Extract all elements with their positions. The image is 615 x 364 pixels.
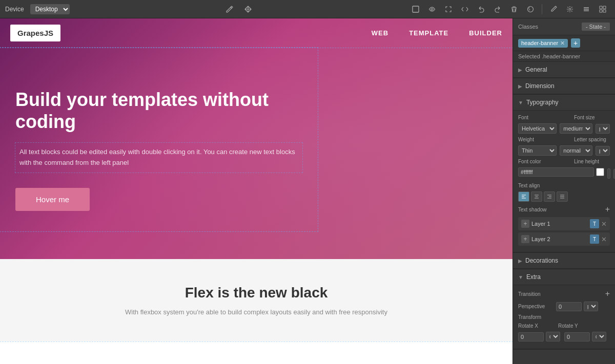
color-swatch[interactable] bbox=[596, 168, 604, 176]
move-icon[interactable] bbox=[241, 2, 255, 16]
undo-icon[interactable] bbox=[474, 2, 488, 16]
decorations-section: ▶ Decorations bbox=[513, 253, 615, 269]
fullscreen-icon[interactable] bbox=[408, 2, 423, 16]
nav-links: WEB TEMPLATE BUILDER bbox=[372, 29, 502, 37]
flex-description: With flexbox system you're able to build… bbox=[102, 308, 410, 316]
resize-icon[interactable] bbox=[441, 2, 456, 16]
right-panel: Classes - State - header-banner ✕ + Sele… bbox=[512, 18, 615, 364]
device-select[interactable]: Desktop Tablet Mobile bbox=[30, 4, 70, 14]
font-inputs-row: Helvetica Arial Georgia medium small lar… bbox=[518, 123, 610, 134]
layer2-remove-button[interactable]: ✕ bbox=[601, 236, 607, 243]
layer2-type-button[interactable]: T bbox=[590, 234, 599, 244]
decorations-arrow-icon: ▶ bbox=[518, 258, 522, 264]
add-class-button[interactable]: + bbox=[571, 38, 580, 48]
logo[interactable]: GrapesJS bbox=[10, 25, 60, 41]
rotate-x-input[interactable] bbox=[518, 332, 544, 341]
dimension-arrow-icon: ▶ bbox=[518, 83, 522, 89]
svg-rect-4 bbox=[600, 6, 602, 9]
letterspacing-label: Letter spacing bbox=[574, 137, 610, 142]
extra-section-body: Transition + Perspective px em Transform bbox=[513, 285, 615, 349]
align-group bbox=[518, 191, 568, 202]
align-justify-button[interactable] bbox=[557, 191, 568, 202]
tag-bar: header-banner ✕ + bbox=[513, 35, 615, 51]
selected-label: Selected .header-banner bbox=[513, 51, 615, 62]
align-left-button[interactable] bbox=[518, 191, 529, 202]
layer2-label: Layer 2 bbox=[531, 236, 588, 242]
perspective-input[interactable] bbox=[556, 302, 582, 311]
typography-section-header[interactable]: ▼ Typography bbox=[513, 95, 615, 111]
perspective-label: Perspective bbox=[518, 304, 554, 309]
svg-rect-7 bbox=[603, 10, 606, 12]
edit-icon[interactable] bbox=[222, 2, 237, 16]
textshadow-row: Text shadow + bbox=[518, 205, 610, 214]
decorations-section-header[interactable]: ▶ Decorations bbox=[513, 253, 615, 269]
layer2-expand-button[interactable]: + bbox=[521, 235, 529, 243]
rotate-y-label: Rotate Y bbox=[558, 323, 594, 329]
rotate-y-input[interactable] bbox=[564, 332, 590, 341]
font-color-input[interactable] bbox=[518, 167, 594, 177]
layer1-remove-button[interactable]: ✕ bbox=[601, 221, 607, 227]
font-size-unit[interactable]: px em bbox=[596, 124, 610, 134]
nav-link-template[interactable]: TEMPLATE bbox=[409, 29, 448, 37]
font-select[interactable]: Helvetica Arial Georgia bbox=[518, 123, 557, 134]
banner-description[interactable]: All text blocks could be edited easily w… bbox=[15, 143, 302, 173]
menu-icon[interactable] bbox=[579, 2, 593, 16]
add-transition-button[interactable]: + bbox=[605, 289, 610, 298]
typography-section-body: Font Font size Helvetica Arial Georgia m… bbox=[513, 111, 615, 252]
rotate-x-unit[interactable]: deg rad bbox=[546, 332, 560, 341]
perspective-unit[interactable]: px em bbox=[584, 302, 598, 311]
font-size-select[interactable]: medium small large bbox=[560, 123, 592, 134]
general-section-header[interactable]: ▶ General bbox=[513, 62, 615, 78]
main-area: GrapesJS WEB TEMPLATE BUILDER Build your… bbox=[0, 18, 615, 364]
layer1-expand-button[interactable]: + bbox=[521, 220, 529, 228]
class-tag-remove[interactable]: ✕ bbox=[560, 40, 565, 47]
dimension-section-header[interactable]: ▶ Dimension bbox=[513, 78, 615, 94]
state-button[interactable]: - State - bbox=[582, 23, 610, 31]
weight-select[interactable]: Thin Normal Bold bbox=[518, 145, 557, 156]
flex-section: Flex is the new black With flexbox syste… bbox=[0, 259, 512, 341]
weight-row-labels: Weight Letter spacing bbox=[518, 137, 610, 142]
decorations-section-title: Decorations bbox=[525, 257, 558, 264]
textshadow-label: Text shadow bbox=[518, 207, 554, 212]
typography-section-title: Typography bbox=[526, 99, 559, 106]
rotate-y-unit[interactable]: deg rad bbox=[592, 332, 606, 341]
svg-point-1 bbox=[431, 8, 433, 10]
nav-link-web[interactable]: WEB bbox=[372, 29, 388, 37]
line-height-select[interactable]: normal 1.5 2 bbox=[607, 168, 610, 179]
selected-class: .header-banner bbox=[542, 53, 580, 59]
top-toolbar: Device Desktop Tablet Mobile bbox=[0, 0, 615, 18]
align-center-button[interactable] bbox=[531, 191, 542, 202]
delete-icon[interactable] bbox=[507, 2, 521, 16]
redo-icon[interactable] bbox=[490, 2, 505, 16]
extra-section-title: Extra bbox=[526, 273, 541, 281]
extra-section-header[interactable]: ▼ Extra bbox=[513, 269, 615, 285]
rotate-inputs-row: deg rad deg rad bbox=[518, 332, 610, 341]
color-inputs-row: normal 1.5 2 px em bbox=[518, 167, 610, 180]
flex-title: Flex is the new black bbox=[15, 285, 497, 301]
github-icon[interactable] bbox=[523, 2, 538, 16]
dimension-section: ▶ Dimension bbox=[513, 78, 615, 95]
hover-button[interactable]: Hover me bbox=[15, 188, 90, 211]
general-section-title: General bbox=[525, 66, 547, 73]
weight-label: Weight bbox=[518, 137, 554, 142]
code-icon[interactable] bbox=[458, 2, 472, 16]
color-row-labels: Font color Line height bbox=[518, 159, 610, 164]
font-label: Font bbox=[518, 115, 554, 120]
layer1-type-button[interactable]: T bbox=[590, 219, 599, 228]
nav-link-builder[interactable]: BUILDER bbox=[469, 29, 502, 37]
textalign-label: Text align bbox=[518, 183, 554, 188]
settings-icon[interactable] bbox=[563, 2, 577, 16]
add-shadow-button[interactable]: + bbox=[605, 205, 610, 214]
typography-arrow-icon: ▼ bbox=[518, 100, 523, 105]
dimension-section-title: Dimension bbox=[525, 82, 555, 90]
svg-point-3 bbox=[569, 8, 571, 10]
brush-icon[interactable] bbox=[546, 2, 561, 16]
letter-spacing-unit[interactable]: px em bbox=[596, 146, 610, 156]
align-right-button[interactable] bbox=[544, 191, 555, 202]
grid-icon[interactable] bbox=[596, 2, 610, 16]
svg-point-2 bbox=[528, 6, 534, 12]
shadow-layer-1: + Layer 1 T ✕ bbox=[518, 217, 610, 230]
preview-icon[interactable] bbox=[425, 2, 439, 16]
letter-spacing-select[interactable]: normal 1px 2px bbox=[560, 145, 592, 156]
banner-title[interactable]: Build your templates without coding bbox=[15, 89, 302, 133]
